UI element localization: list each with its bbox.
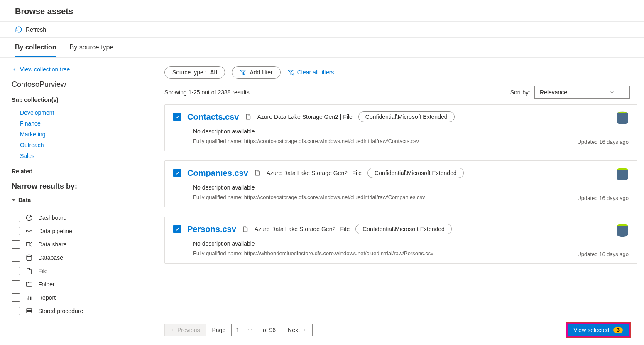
asset-name-link[interactable]: Contacts.csv [187, 112, 239, 122]
facet-checkbox[interactable] [12, 307, 20, 315]
svg-rect-8 [29, 296, 29, 301]
facet-item[interactable]: Data pipeline [12, 224, 140, 238]
database-icon [25, 254, 33, 261]
asset-source-path: Azure Data Lake Storage Gen2 | File [255, 226, 350, 232]
facet-checkbox[interactable] [12, 227, 20, 235]
datalake-icon [616, 224, 629, 238]
previous-label: Previous [177, 327, 200, 333]
sort-label: Sort by: [510, 89, 530, 96]
results-count: Showing 1-25 out of 2388 results [164, 89, 250, 96]
datalake-icon [616, 168, 629, 182]
facet-item[interactable]: Database [12, 251, 140, 264]
narrow-results-heading: Narrow results by: [12, 182, 140, 191]
clear-filters-label: Clear all filters [297, 69, 334, 76]
page-title: Browse assets [0, 0, 644, 22]
clear-filters-button[interactable]: Clear all filters [287, 69, 334, 76]
source-type-filter-pill[interactable]: Source type : All [164, 66, 225, 79]
datalake-icon [616, 111, 629, 126]
facet-checkbox[interactable] [12, 240, 20, 249]
add-filter-button[interactable]: Add filter [232, 66, 280, 79]
filter-add-icon [240, 69, 246, 76]
facet-item[interactable]: File [12, 264, 140, 278]
filter-clear-icon [287, 69, 294, 76]
chevron-down-icon [610, 90, 615, 95]
facet-item[interactable]: Folder [12, 278, 140, 291]
asset-card: Contacts.csv Azure Data Lake Storage Gen… [164, 104, 637, 151]
page-select[interactable]: 1 [231, 324, 257, 336]
classification-tag: Confidential\Microsoft Extended [355, 224, 452, 234]
facet-checkbox[interactable] [12, 293, 20, 302]
facet-item[interactable]: Stored procedure [12, 304, 140, 318]
asset-updated: Updated 16 days ago [577, 139, 629, 145]
sub-collection-link[interactable]: Development [20, 107, 140, 118]
results-list[interactable]: Contacts.csv Azure Data Lake Storage Gen… [150, 104, 644, 318]
svg-rect-9 [30, 297, 31, 300]
facet-checkbox[interactable] [12, 280, 20, 288]
sort-select[interactable]: Relevance [534, 86, 630, 99]
chevron-down-icon [247, 328, 252, 333]
asset-updated: Updated 16 days ago [577, 251, 629, 257]
caret-down-icon [12, 198, 16, 202]
asset-card: Persons.csv Azure Data Lake Storage Gen2… [164, 217, 637, 264]
dashboard-icon [25, 214, 33, 222]
related-heading: Related [12, 168, 140, 175]
main-content: Source type : All Add filter Clear all f… [150, 58, 644, 343]
asset-source-path: Azure Data Lake Storage Gen2 | File [257, 113, 353, 120]
stored-proc-icon [25, 307, 33, 315]
asset-checkbox[interactable] [173, 225, 181, 233]
svg-rect-5 [26, 243, 30, 246]
tab-by-source-type[interactable]: By source type [70, 38, 114, 57]
view-selected-button[interactable]: View selected 3 [566, 323, 630, 337]
asset-checkbox[interactable] [173, 169, 181, 177]
page-label: Page [212, 327, 225, 333]
svg-point-6 [27, 255, 32, 257]
classification-tag: Confidential\Microsoft Extended [358, 111, 455, 122]
sub-collection-link[interactable]: Marketing [20, 129, 140, 140]
facet-label: Database [38, 254, 63, 261]
sub-collection-link[interactable]: Outreach [20, 140, 140, 150]
asset-source-path: Azure Data Lake Storage Gen2 | File [267, 170, 362, 176]
chevron-left-icon [12, 67, 17, 72]
refresh-label: Refresh [26, 26, 46, 33]
asset-name-link[interactable]: Companies.csv [187, 168, 248, 178]
view-collection-tree-link[interactable]: View collection tree [12, 66, 140, 73]
report-icon [25, 294, 33, 301]
facet-label: Report [38, 294, 56, 301]
asset-checkbox[interactable] [173, 113, 181, 121]
asset-name-link[interactable]: Persons.csv [187, 224, 236, 234]
selected-count-badge: 3 [613, 327, 623, 333]
svg-point-2 [26, 230, 28, 232]
svg-rect-10 [27, 309, 32, 313]
facet-checkbox[interactable] [12, 214, 20, 222]
tab-by-collection[interactable]: By collection [15, 38, 56, 57]
file-icon [25, 267, 33, 275]
file-icon [254, 170, 261, 176]
facet-label: Stored procedure [38, 308, 83, 314]
sub-collection-link[interactable]: Finance [20, 118, 140, 129]
facet-label: Data share [38, 241, 66, 248]
asset-description: No description available [193, 240, 629, 247]
chevron-right-icon [302, 328, 306, 332]
facet-checkbox[interactable] [12, 267, 20, 275]
next-button[interactable]: Next [282, 324, 313, 336]
facet-group-data[interactable]: Data [12, 197, 140, 207]
svg-point-3 [30, 230, 32, 232]
refresh-icon [15, 26, 22, 33]
facet-checkbox[interactable] [12, 254, 20, 262]
asset-fqn: Fully qualified name: https://whhendercl… [193, 250, 629, 256]
refresh-button[interactable]: Refresh [15, 26, 46, 33]
facet-item[interactable]: Dashboard [12, 211, 140, 224]
asset-fqn: Fully qualified name: https://contososto… [193, 194, 629, 200]
facet-label: File [38, 268, 48, 274]
previous-button[interactable]: Previous [164, 324, 206, 336]
facet-item[interactable]: Data share [12, 238, 140, 251]
file-icon [245, 113, 252, 120]
sub-collections-heading: Sub collection(s) [12, 96, 140, 103]
file-icon [242, 226, 249, 232]
view-selected-label: View selected [573, 327, 609, 333]
pipeline-icon [25, 227, 33, 235]
asset-updated: Updated 16 days ago [577, 195, 629, 201]
next-label: Next [288, 327, 300, 333]
sub-collection-link[interactable]: Sales [20, 150, 140, 161]
facet-item[interactable]: Report [12, 291, 140, 304]
